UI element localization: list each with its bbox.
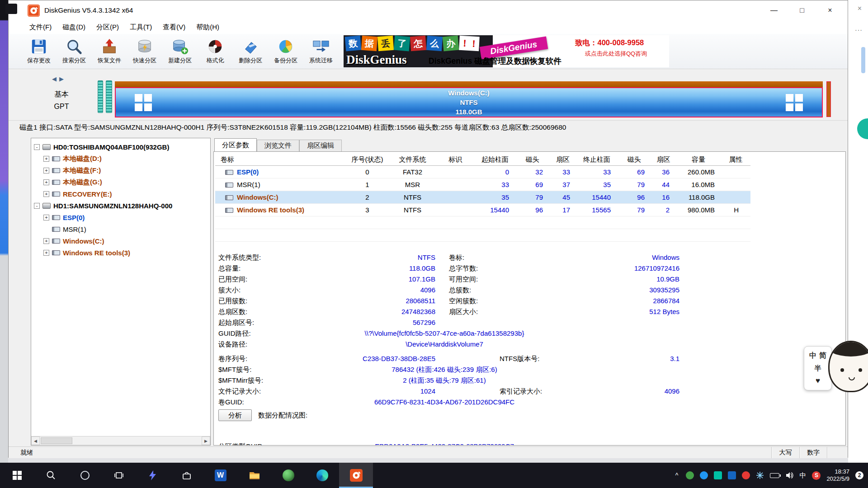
table-cell: 1 (346, 178, 389, 191)
collapse-icon[interactable]: - (34, 203, 40, 209)
close-button[interactable]: × (816, 2, 844, 19)
tab-browse-files[interactable]: 浏览文件 (257, 140, 299, 151)
taskbar-app-store[interactable] (170, 463, 203, 488)
snowflake-icon[interactable] (756, 471, 764, 479)
ime-floating-toolbar[interactable]: 中简 半 ♥ (804, 346, 832, 390)
ime-heart-icon[interactable]: ♥ (816, 376, 820, 385)
partition-icon (52, 168, 60, 173)
expand-icon[interactable]: + (43, 156, 49, 162)
toolbar-delete-partition-button[interactable]: 删除分区 (233, 36, 268, 67)
table-cell: 69 (515, 178, 549, 191)
tree-node-msr[interactable]: MSR(1) (31, 223, 210, 235)
tree-node-windows-c[interactable]: +Windows(C:) (31, 235, 210, 247)
ad-banner[interactable]: 数 据 丢 了 怎 么 办 ！！ DiskGenius DiskGenius 致… (344, 35, 669, 67)
partition-block-windows-c[interactable]: Windows(C:) NTFS 118.0GB (115, 87, 823, 117)
toolbar-recover-files-button[interactable]: 恢复文件 (92, 36, 127, 67)
expand-icon[interactable]: + (43, 168, 49, 174)
menu-disk[interactable]: 磁盘(D) (57, 23, 91, 32)
minimize-button[interactable]: — (760, 2, 788, 19)
toolbar-save-changes-button[interactable]: 保存更改 (21, 36, 57, 67)
menu-tools[interactable]: 工具(T) (124, 23, 157, 32)
maximize-button[interactable]: □ (788, 2, 816, 19)
collapse-icon[interactable]: - (34, 144, 40, 150)
table-row-windows-re[interactable]: Windows RE tools(3) 3 NTFS 15440 96 17 1… (215, 204, 750, 216)
toolbar-backup-partition-button[interactable]: 备份分区 (268, 36, 303, 67)
taskbar-app-green-browser[interactable] (271, 463, 305, 488)
taskbar-clock[interactable]: 18:37 2022/5/9 (826, 468, 849, 483)
tray-icon-teal[interactable] (714, 471, 722, 479)
expand-icon[interactable]: + (43, 238, 49, 244)
expand-icon[interactable]: + (43, 179, 49, 185)
scrollbar-thumb[interactable] (41, 437, 72, 444)
tree-node-esp[interactable]: +ESP(0) (31, 211, 210, 223)
start-button[interactable] (0, 463, 34, 488)
task-view-button[interactable] (102, 463, 136, 488)
analyze-button[interactable]: 分析 (218, 409, 252, 421)
green-browser-icon (283, 469, 294, 481)
tray-icon-red[interactable] (742, 471, 750, 479)
toolbar-search-partition-button[interactable]: 搜索分区 (57, 36, 92, 67)
tree-node-local-f[interactable]: +本地磁盘(F:) (31, 164, 210, 176)
tree-node-local-d[interactable]: +本地磁盘(D:) (31, 153, 210, 164)
nav-forward-icon[interactable]: ▶ (59, 75, 66, 82)
expand-icon[interactable]: + (43, 250, 49, 256)
ime-mode-halfwidth[interactable]: 半 (815, 364, 821, 373)
detail-value: 247482368 (300, 306, 435, 317)
tab-partition-parameters[interactable]: 分区参数 (214, 138, 257, 151)
tree-node-hd1[interactable]: -HD1:SAMSUNGMZNLN128HAHQ-000 (31, 200, 210, 211)
battery-icon[interactable] (770, 473, 779, 478)
disk-thumbnail-bar[interactable] (98, 80, 103, 113)
taskbar-app-file-explorer[interactable] (237, 463, 271, 488)
taskbar-app-lightning[interactable] (136, 463, 170, 488)
scroll-left-icon[interactable]: ◀ (31, 436, 40, 445)
table-cell: MSR(1) (215, 178, 346, 191)
toolbar-quick-partition-button[interactable]: 快速分区 (127, 36, 162, 67)
toolbar-format-button[interactable]: 格式化 (198, 36, 233, 67)
disk-nav-arrows[interactable]: ◀▶ (52, 75, 66, 82)
notification-badge[interactable]: 2 (855, 471, 863, 479)
ad-qq-link[interactable]: 或点击此处选择QQ咨询 (585, 50, 647, 58)
expand-icon[interactable]: + (43, 191, 49, 197)
detail-value: 66D9C7F6-8231-4D34-AD67-201D26DC94FC (300, 397, 589, 408)
menu-help[interactable]: 帮助(H) (191, 23, 225, 32)
menu-file[interactable]: 文件(F) (24, 23, 57, 32)
expand-icon[interactable]: + (43, 215, 49, 221)
nav-back-icon[interactable]: ◀ (52, 75, 59, 82)
tree-node-recovery-e[interactable]: +RECOVERY(E:) (31, 188, 210, 200)
table-row-msr[interactable]: MSR(1) 1 MSR 33 69 37 35 79 44 16.0MB (215, 178, 750, 191)
tree-node-windows-re[interactable]: +Windows RE tools(3) (31, 247, 210, 258)
taskbar-app-diskgenius-active[interactable] (339, 463, 373, 488)
table-cell: 35 (576, 178, 617, 191)
taskbar-app-edge[interactable] (305, 463, 339, 488)
disk-icon (42, 144, 51, 150)
delete-partition-icon (242, 38, 259, 55)
taskbar-app-word[interactable]: W (203, 463, 237, 488)
tray-icon-green[interactable] (686, 471, 694, 479)
disk-thumbnail-bar[interactable] (106, 80, 112, 113)
volume-icon[interactable] (785, 471, 793, 479)
tray-icon-blue[interactable] (700, 471, 708, 479)
sogou-icon[interactable]: S (812, 471, 821, 480)
ime-mode-chinese[interactable]: 中 (809, 351, 816, 361)
detail-value: 126710972416 (530, 263, 679, 274)
menu-view[interactable]: 查看(V) (157, 23, 191, 32)
tray-icon-qq[interactable] (728, 471, 736, 479)
tree-node-hd0[interactable]: -HD0:TOSHIBAMQ04ABF100(932GB) (31, 141, 210, 153)
detail-value: 2 (柱面:35 磁头:79 扇区:61) (300, 375, 589, 386)
cortana-button[interactable] (68, 463, 102, 488)
table-row-windows-c-selected[interactable]: Windows(C:) 2 NTFS 35 79 45 15440 96 16 … (215, 191, 750, 204)
toolbar-system-migrate-button[interactable]: 系统迁移 (303, 36, 339, 67)
ime-language-indicator[interactable]: 中 (799, 471, 806, 480)
table-cell: NTFS (389, 191, 436, 204)
tray-expand-icon[interactable]: ^ (674, 472, 680, 479)
tree-horizontal-scrollbar[interactable]: ◀ ▶ (31, 436, 210, 445)
ime-mode-simplified[interactable]: 简 (819, 351, 826, 361)
scrollbar-track[interactable] (40, 436, 202, 445)
taskbar-search-button[interactable] (34, 463, 68, 488)
scroll-right-icon[interactable]: ▶ (202, 436, 210, 445)
menu-partition[interactable]: 分区(P) (91, 23, 124, 32)
toolbar-new-partition-button[interactable]: 新建分区 (162, 36, 198, 67)
table-row-esp[interactable]: ESP(0) 0 FAT32 0 32 33 33 69 36 260.0MB (215, 166, 750, 178)
tree-node-local-g[interactable]: +本地磁盘(G:) (31, 176, 210, 188)
tab-sector-editor[interactable]: 扇区编辑 (299, 140, 342, 151)
